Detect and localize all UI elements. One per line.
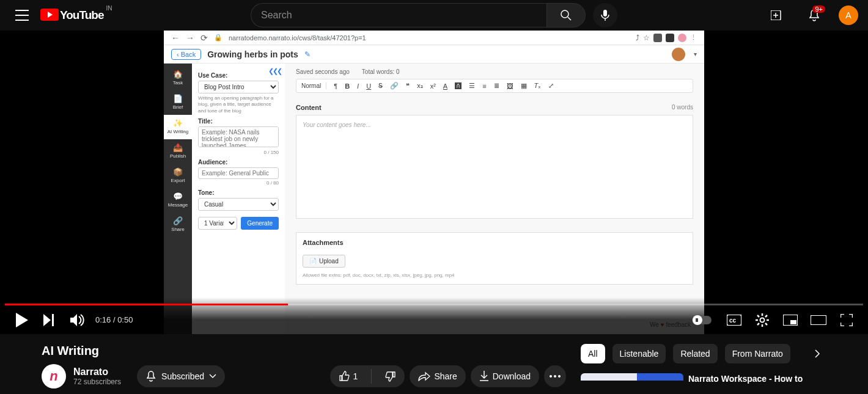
export-icon: 📦	[164, 167, 192, 177]
subscript-icon: x₂	[417, 82, 423, 90]
home-icon: 🏠	[164, 70, 192, 79]
svg-line-4	[568, 17, 571, 20]
app-user-avatar	[672, 48, 685, 61]
theater-button[interactable]	[804, 306, 833, 334]
recommendation-item[interactable]: Narrato Workspace - How to	[581, 373, 826, 384]
primary-column: AI Writing n Narrato 72 subscribers Subs…	[42, 344, 566, 389]
download-button[interactable]: Download	[471, 365, 539, 387]
video-player[interactable]: ← → ⟳ 🔒 narratodemo.narrato.io/cws/8/tas…	[0, 31, 868, 334]
search-input[interactable]	[251, 3, 546, 27]
player-controls: 0:16 / 0:50 cc	[0, 305, 868, 334]
image-icon: 🖼	[507, 82, 513, 90]
notification-badge: 9+	[812, 5, 825, 13]
search-button[interactable]	[546, 3, 586, 27]
more-actions-button[interactable]	[544, 365, 566, 387]
subscribed-button[interactable]: Subscribed	[137, 365, 225, 387]
fullscreen-icon	[840, 314, 853, 326]
extension-icon	[653, 34, 662, 42]
strike-icon: S̶	[378, 82, 383, 90]
browser-reload-icon: ⟳	[200, 33, 208, 43]
upload-icon: 📄	[309, 258, 317, 264]
svg-point-28	[550, 375, 552, 378]
like-dislike-group: 1	[330, 365, 405, 387]
extension-icon-2	[666, 34, 674, 42]
chip-from-channel[interactable]: From Narrato	[725, 344, 790, 363]
chip-scroll-right[interactable]	[808, 345, 826, 363]
align-icon: ≣	[494, 82, 499, 90]
play-icon	[15, 313, 28, 327]
account-avatar[interactable]: A	[839, 5, 858, 25]
quote-icon: ❝	[406, 82, 410, 90]
svg-line-22	[765, 323, 767, 325]
dislike-button[interactable]	[377, 366, 405, 387]
message-icon: 💬	[164, 192, 192, 201]
rail-item-brief: 📄Brief	[164, 90, 192, 115]
masthead: YouTube IN 9+ A	[0, 0, 868, 31]
attachments-section: Attachments 📄 Upload Allowed file extns:…	[296, 232, 693, 285]
voice-search-button[interactable]	[593, 3, 617, 27]
svg-text:cc: cc	[729, 317, 737, 324]
publish-icon: 📤	[164, 143, 192, 152]
content-word-count: 0 words	[672, 104, 693, 111]
play-button[interactable]	[7, 306, 35, 334]
audience-input	[198, 167, 279, 179]
download-label: Download	[493, 371, 531, 381]
next-button[interactable]	[35, 306, 64, 334]
microphone-icon	[601, 10, 609, 21]
superscript-icon: x²	[430, 82, 436, 90]
editor-toolbar: Normal ¶ B I U S̶ 🔗 ❝ x₂ x² A 🅰 ☰ ≡ ≣ 🖼	[296, 79, 693, 93]
share-button[interactable]: Share	[410, 365, 465, 387]
font-color-icon: A	[443, 82, 447, 90]
fullscreen-button[interactable]	[833, 306, 861, 334]
create-button[interactable]	[765, 3, 790, 27]
rail-item-task: 🏠Task	[164, 66, 192, 90]
lock-icon: 🔒	[214, 34, 223, 42]
title-input	[198, 126, 279, 147]
chevron-down-icon	[209, 374, 216, 379]
logo-text: YouTube	[60, 9, 103, 22]
saved-status: Saved seconds ago	[296, 68, 350, 75]
settings-button[interactable]	[748, 306, 776, 334]
app-back-button: ‹ Back	[171, 49, 201, 60]
tone-select: Casual	[198, 198, 279, 211]
notifications-button[interactable]: 9+	[802, 3, 826, 27]
svg-rect-12	[52, 314, 54, 326]
chip-related[interactable]: Related	[673, 344, 717, 363]
highlight-icon: 🅰	[455, 82, 462, 90]
number-list-icon: ≡	[482, 82, 486, 90]
miniplayer-button[interactable]	[776, 306, 804, 334]
channel-name[interactable]: Narrato	[73, 367, 121, 378]
share-rail-icon: 🔗	[164, 216, 192, 225]
channel-avatar[interactable]: n	[42, 364, 66, 389]
tone-label: Tone:	[198, 189, 279, 196]
volume-icon	[70, 314, 85, 326]
attachments-label: Attachments	[303, 239, 686, 246]
action-buttons: 1 Share Download	[330, 365, 566, 387]
like-button[interactable]: 1	[330, 366, 367, 387]
svg-rect-5	[603, 10, 607, 16]
title-label: Title:	[198, 118, 279, 125]
upload-button: 📄 Upload	[303, 255, 345, 268]
youtube-logo[interactable]: YouTube IN	[40, 9, 109, 22]
chip-all[interactable]: All	[581, 344, 605, 363]
guide-button[interactable]	[10, 3, 34, 27]
captions-button[interactable]: cc	[720, 306, 748, 334]
next-icon	[43, 314, 56, 326]
clear-format-icon: Tₓ	[534, 82, 542, 90]
theater-icon	[811, 315, 826, 325]
app-side-rail: 🏠Task 📄Brief ✨AI Writing 📤Publish 📦Expor…	[164, 64, 192, 334]
search-icon	[560, 9, 572, 21]
title-count: 0 / 150	[198, 150, 279, 155]
chip-listenable[interactable]: Listenable	[612, 344, 666, 363]
magic-icon: ✨	[164, 119, 192, 128]
secondary-column: All Listenable Related From Narrato Narr…	[581, 344, 826, 389]
underline-icon: U	[366, 82, 371, 90]
svg-point-30	[558, 375, 561, 378]
browser-forward-icon: →	[186, 33, 194, 43]
autoplay-toggle[interactable]	[692, 316, 712, 324]
channel-subs: 72 subscribers	[73, 378, 121, 386]
mute-button[interactable]	[64, 306, 92, 334]
star-icon: ☆	[643, 34, 650, 42]
video-title: AI Writing	[42, 344, 566, 358]
usecase-label: Use Case:	[198, 72, 279, 79]
